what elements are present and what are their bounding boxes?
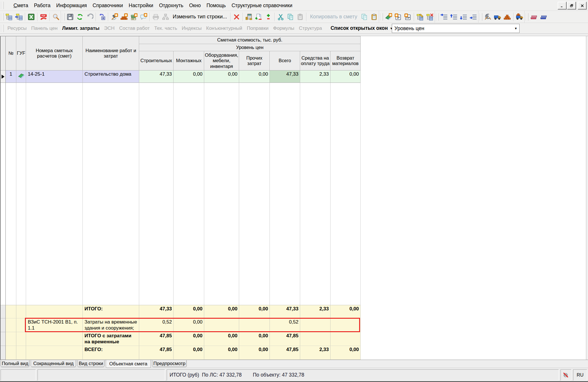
export-pdf-button[interactable]: PDF (39, 12, 48, 21)
full-structure-button[interactable] (5, 12, 14, 21)
close-button[interactable] (578, 2, 587, 9)
summary-value-v3[interactable]: 0,00 (239, 346, 270, 360)
search-button[interactable] (51, 12, 60, 21)
menu-2[interactable]: Работа (31, 0, 53, 11)
transport-button[interactable] (493, 12, 502, 21)
row-value-v6[interactable]: 0,00 (331, 70, 361, 83)
status-lang[interactable]: RU (573, 369, 587, 381)
summary-value-v2[interactable]: 0,00 (204, 346, 239, 360)
page-pr-button[interactable]: ПР (403, 12, 412, 21)
toolbar-grip[interactable] (1, 13, 4, 21)
edit-structure-button[interactable] (416, 12, 425, 21)
header-v1[interactable]: Монтажных (174, 51, 204, 70)
cut-button[interactable] (276, 12, 285, 21)
summary-value-v6[interactable] (331, 332, 361, 346)
minimize-button[interactable] (558, 2, 567, 9)
summary-value-v0[interactable]: 0,52 (139, 318, 174, 332)
view-3[interactable]: Лимит. затраты (60, 26, 102, 31)
header-v3[interactable]: Прочих затрат (239, 51, 270, 70)
header-icon[interactable]: ГУF (16, 36, 26, 70)
summary-value-v1[interactable]: 0,00 (174, 346, 204, 360)
summary-value-v0[interactable]: 47,85 (139, 346, 174, 360)
menu-3[interactable]: Информация (53, 0, 90, 11)
materials-button[interactable] (503, 12, 512, 21)
row-numbers-cell[interactable]: 14-25-1 (26, 70, 83, 83)
open-windows-dropdown[interactable]: Список открытых окон ▼ (324, 25, 395, 31)
header-v6[interactable]: Возврат материалов (331, 51, 361, 70)
copy-button[interactable] (286, 12, 295, 21)
summary-value-v5[interactable]: 2,33 (300, 346, 331, 360)
tab-1[interactable]: Полный вид (1, 360, 30, 367)
move-row-first-button[interactable] (440, 12, 449, 21)
summary-label[interactable]: ИТОГО с затратами на временные (83, 332, 139, 346)
paste-button[interactable] (296, 12, 305, 21)
restore-button[interactable] (567, 2, 576, 9)
row-value-v3[interactable]: 0,00 (239, 70, 270, 83)
summary-value-v0[interactable]: 47,33 (139, 305, 174, 318)
move-row-down-button[interactable] (459, 12, 468, 21)
summary-value-v0[interactable]: 47,85 (139, 332, 174, 346)
header-numbers[interactable]: Номера сметных расчетов (смет) (26, 36, 83, 70)
row-value-v4[interactable]: 47,33 (270, 70, 300, 83)
summary-value-v4[interactable]: 47,85 (270, 346, 300, 360)
undo-button[interactable] (85, 12, 94, 21)
summary-value-v1[interactable]: 0,00 (174, 305, 204, 318)
menu-6[interactable]: Отдохнуть (156, 0, 186, 11)
menu-4[interactable]: Справочники (90, 0, 126, 11)
move-row-right-button[interactable] (469, 12, 478, 21)
tab-3[interactable]: Вид строки (77, 360, 105, 367)
summary-value-v2[interactable]: 0,00 (204, 305, 239, 318)
copy-to-estimate-copy-button[interactable] (360, 12, 369, 21)
toolbar-grip[interactable] (479, 13, 482, 21)
summary-value-v5[interactable] (300, 332, 331, 346)
toolbar-grip[interactable] (62, 13, 65, 21)
add-remove-button[interactable] (264, 12, 273, 21)
header-v2[interactable]: Оборудования, мебели, инвентаря (204, 51, 239, 70)
summary-value-v2[interactable] (204, 318, 239, 332)
summary-value-v1[interactable]: 0,00 (174, 332, 204, 346)
estimate-settings-button[interactable] (384, 12, 393, 21)
summary-value-v3[interactable] (239, 318, 270, 332)
reopen-window-button[interactable] (97, 12, 107, 21)
tab-2[interactable]: Сокращенный вид (31, 360, 76, 367)
summary-value-v6[interactable]: 0,00 (331, 305, 361, 318)
header-num[interactable]: № (6, 36, 16, 70)
row-icon-cell[interactable] (16, 70, 26, 83)
delivery-button[interactable] (515, 12, 524, 21)
row-number-cell[interactable]: 1 (6, 70, 16, 83)
normative-base-1-button[interactable] (529, 12, 538, 21)
recalculate-button[interactable] (244, 12, 253, 21)
normative-base-2-button[interactable] (539, 12, 548, 21)
import-structure-button[interactable] (14, 12, 23, 21)
summary-value-v5[interactable] (300, 318, 331, 332)
views-toolbar-grip[interactable] (1, 25, 4, 32)
header-v0[interactable]: Строительных (139, 51, 174, 70)
summary-label[interactable]: Затраты на временные здания и сооружения… (83, 318, 139, 332)
change-row-type-button[interactable]: Изменить тип строки... (170, 14, 229, 20)
header-price-level[interactable]: Уровень цен (139, 44, 361, 51)
structure-button[interactable] (161, 12, 170, 21)
header-v5[interactable]: Средства на оплату труда (300, 51, 331, 70)
cashbox-settings-button[interactable] (129, 12, 138, 21)
page-p-button[interactable]: P (394, 12, 403, 21)
price-level-combobox[interactable]: Уровень цен ▼ (392, 24, 520, 33)
row-value-v0[interactable]: 47,33 (139, 70, 174, 83)
menu-8[interactable]: Помощь (204, 0, 229, 11)
delete-row-button[interactable] (232, 12, 241, 21)
add-remove-doc-button[interactable] (254, 12, 263, 21)
row-name-cell[interactable]: Строительство дома (83, 70, 139, 83)
summary-value-v4[interactable]: 47,85 (270, 332, 300, 346)
summary-value-v5[interactable]: 2,33 (300, 305, 331, 318)
summary-value-v3[interactable]: 0,00 (239, 305, 270, 318)
summary-value-v4[interactable]: 47,33 (270, 305, 300, 318)
summary-value-v2[interactable]: 0,00 (204, 332, 239, 346)
menu-9[interactable]: Структурные справочники (229, 0, 295, 11)
summary-numbers[interactable] (26, 332, 83, 346)
header-cost-group[interactable]: Сметная стоимость, тыс. руб. (139, 36, 361, 44)
row-value-v2[interactable]: 0,00 (204, 70, 239, 83)
summary-value-v3[interactable]: 0,00 (239, 332, 270, 346)
summary-numbers[interactable] (26, 346, 83, 360)
export-excel-button[interactable] (27, 12, 36, 21)
tab-5[interactable]: Предпросмотр (152, 360, 187, 367)
row-value-v1[interactable]: 0,00 (174, 70, 204, 83)
